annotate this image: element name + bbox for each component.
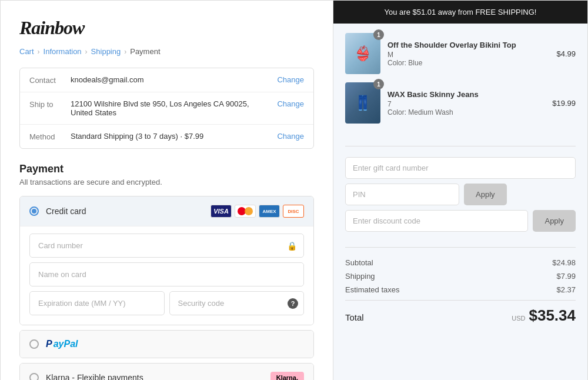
name-on-card-field — [29, 262, 304, 286]
subtotal-label: Subtotal — [345, 258, 373, 267]
amex-icon: AMEX — [259, 205, 280, 218]
method-row: Method Standard Shipping (3 to 7 days) ·… — [20, 125, 313, 148]
apply-button-1[interactable]: Apply — [464, 184, 507, 205]
item-2-image: 👖 — [345, 82, 380, 124]
discount-input[interactable] — [345, 210, 528, 232]
sep1: › — [38, 48, 40, 56]
item-1-name: Off the Shoulder Overlay Bikini Top — [387, 41, 549, 49]
item-1-image: 👙 — [345, 33, 380, 74]
gift-card-wrap — [345, 157, 576, 179]
pin-input[interactable] — [345, 184, 459, 205]
shipto-change[interactable]: Change — [277, 99, 304, 108]
credit-card-fields: 🔒 ? — [20, 226, 313, 325]
card-icons: VISA AMEX DISC — [211, 205, 304, 218]
item-2-img-wrap: 👖 1 — [345, 82, 380, 124]
gift-card-input[interactable] — [345, 157, 576, 179]
item-2-badge: 1 — [373, 79, 384, 89]
pin-wrap: Apply — [345, 184, 576, 205]
divider-1 — [345, 146, 576, 146]
grand-total-amount: $35.34 — [529, 306, 576, 325]
sep2: › — [85, 48, 88, 56]
item-1-price: $4.99 — [556, 49, 576, 58]
shipto-value: 12100 Wilshire Blvd ste 950, Los Angeles… — [71, 99, 270, 117]
shipping-row: Shipping $7.99 — [345, 272, 576, 281]
expiry-field — [29, 291, 165, 315]
order-item-2: 👖 1 WAX Basic Skinny Jeans 7 Color: Medi… — [345, 82, 576, 124]
shipto-row: Ship to 12100 Wilshire Blvd ste 950, Los… — [20, 92, 313, 125]
contact-value: knodeals@gmail.com — [71, 75, 270, 84]
item-1-badge: 1 — [373, 29, 384, 40]
apply-button-2[interactable]: Apply — [533, 210, 576, 232]
promo-section: Apply Apply — [333, 151, 587, 242]
payment-option-credit-card[interactable]: Credit card VISA AMEX DISC 🔒 — [19, 196, 314, 325]
expiry-input[interactable] — [29, 291, 165, 315]
credit-card-header[interactable]: Credit card VISA AMEX DISC — [20, 196, 313, 226]
info-box: Contact knodeals@gmail.com Change Ship t… — [19, 68, 314, 149]
order-item-1: 👙 1 Off the Shoulder Overlay Bikini Top … — [345, 33, 576, 74]
item-1-variant2: Color: Blue — [387, 59, 549, 67]
subtotal-value: $24.98 — [552, 258, 576, 267]
payment-option-klarna[interactable]: Klarna - Flexible payments Klarna. — [19, 363, 314, 380]
item-1-details: Off the Shoulder Overlay Bikini Top M Co… — [387, 41, 549, 67]
item-2-price: $19.99 — [552, 99, 576, 108]
method-value: Standard Shipping (3 to 7 days) · $7.99 — [71, 132, 270, 141]
paypal-label: PayPal — [46, 339, 304, 349]
klarna-header[interactable]: Klarna - Flexible payments Klarna. — [20, 364, 313, 380]
lock-icon: 🔒 — [287, 241, 297, 251]
sep3: › — [124, 48, 126, 56]
logo: Rainbow — [19, 17, 314, 39]
security-help-icon[interactable]: ? — [288, 298, 298, 309]
paypal-logo: PayPal — [46, 339, 304, 349]
contact-change[interactable]: Change — [277, 75, 304, 84]
taxes-value: $2.37 — [556, 285, 576, 294]
taxes-label: Estimated taxes — [345, 285, 400, 294]
card-number-input[interactable] — [29, 234, 304, 258]
item-2-variant2: Color: Medium Wash — [387, 108, 545, 116]
currency-label: USD — [512, 315, 525, 322]
total-label: Total — [345, 312, 364, 322]
contact-label: Contact — [29, 75, 71, 85]
breadcrumb-shipping[interactable]: Shipping — [91, 47, 121, 56]
grand-total-row: Total USD $35.34 — [345, 300, 576, 325]
breadcrumb-cart[interactable]: Cart — [19, 47, 34, 56]
klarna-label: Klarna - Flexible payments — [46, 373, 270, 380]
card-number-field: 🔒 — [29, 234, 304, 258]
payment-option-paypal[interactable]: PayPal — [19, 330, 314, 358]
item-2-name: WAX Basic Skinny Jeans — [387, 90, 545, 99]
expiry-security-row: ? — [29, 291, 304, 315]
klarna-radio[interactable] — [29, 373, 39, 380]
security-input[interactable] — [169, 291, 305, 315]
payment-subtitle: All transactions are secure and encrypte… — [19, 178, 314, 186]
divider-2 — [345, 247, 576, 248]
method-change[interactable]: Change — [277, 132, 304, 141]
visa-icon: VISA — [211, 205, 232, 218]
name-on-card-input[interactable] — [29, 262, 304, 286]
taxes-row: Estimated taxes $2.37 — [345, 285, 576, 294]
discount-wrap: Apply — [345, 210, 576, 232]
method-label: Method — [29, 132, 71, 141]
shipping-label: Shipping — [345, 272, 375, 281]
shipping-value: $7.99 — [556, 272, 576, 281]
credit-card-radio[interactable] — [29, 206, 39, 216]
breadcrumb-information[interactable]: Information — [44, 47, 82, 56]
item-1-variant1: M — [387, 51, 549, 59]
discover-icon: DISC — [283, 205, 304, 218]
breadcrumb: Cart › Information › Shipping › Payment — [19, 47, 314, 56]
total-right: USD $35.34 — [512, 306, 576, 325]
order-items: 👙 1 Off the Shoulder Overlay Bikini Top … — [333, 24, 587, 141]
item-2-variant1: 7 — [387, 100, 545, 108]
free-shipping-banner: You are $51.01 away from FREE SHIPPING! — [333, 1, 587, 24]
mastercard-icon — [235, 205, 256, 218]
payment-title: Payment — [19, 163, 314, 175]
paypal-radio[interactable] — [29, 339, 39, 349]
breadcrumb-current: Payment — [130, 47, 160, 56]
paypal-header[interactable]: PayPal — [20, 331, 313, 358]
credit-card-label: Credit card — [46, 206, 211, 216]
security-field: ? — [169, 291, 305, 315]
klarna-badge: Klarna. — [270, 372, 304, 380]
subtotal-row: Subtotal $24.98 — [345, 258, 576, 267]
contact-row: Contact knodeals@gmail.com Change — [20, 68, 313, 92]
item-1-img-wrap: 👙 1 — [345, 33, 380, 74]
item-2-details: WAX Basic Skinny Jeans 7 Color: Medium W… — [387, 90, 545, 116]
shipto-label: Ship to — [29, 99, 71, 109]
